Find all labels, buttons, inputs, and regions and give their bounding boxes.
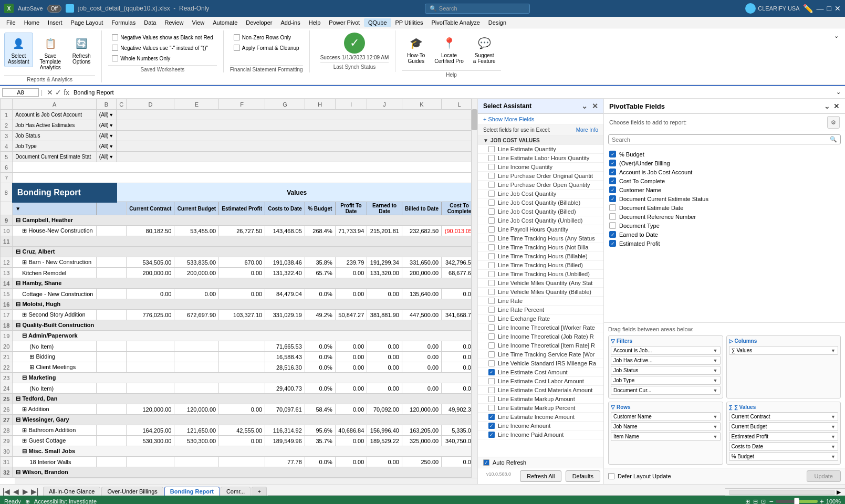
sa-field-item-13[interactable]: Line Time Tracking Hours (Billed) — [478, 261, 603, 270]
menu-pivot-analyze[interactable]: PivotTable Analyze — [427, 18, 484, 27]
pf-defer-checkbox[interactable] — [608, 473, 614, 479]
sa-field-item-21[interactable]: Line Income Theoretical (Job Rate) R — [478, 332, 603, 341]
sa-field-item-30[interactable]: ✓Line Estimate Income Amount — [478, 413, 603, 422]
sa-field-item-24[interactable]: Line Vehicle Standard IRS Mileage Ra — [478, 359, 603, 368]
pf-filters-items-item-0[interactable]: Account is Job...▼ — [611, 346, 721, 355]
tab-nav-prev[interactable]: ◀ — [12, 487, 20, 496]
sa-field-item-9[interactable]: Line Payroll Hours Quantity — [478, 225, 603, 234]
sa-show-more[interactable]: + Show More Fields — [478, 114, 603, 125]
pf-filters-items-item-3[interactable]: Job Type▼ — [611, 376, 721, 385]
edit-icon[interactable]: ✏️ — [803, 4, 813, 14]
sa-field-item-27[interactable]: Line Estimate Cost Materials Amount — [478, 386, 603, 395]
pf-search-input[interactable] — [612, 136, 830, 143]
save-template-button[interactable]: 📋 SaveTemplateAnalytics — [36, 33, 65, 73]
pf-field-item-9[interactable]: ✓Earned to Date — [604, 230, 845, 239]
filter-1-value[interactable]: (All) ▼ — [96, 110, 116, 120]
pf-filters-items-item-4[interactable]: Document Cur...▼ — [611, 386, 721, 395]
sa-field-item-4[interactable]: Line Purchase Order Open Quantity — [478, 181, 603, 190]
pf-values-items-item-0[interactable]: Current Contract▼ — [729, 412, 839, 421]
menu-formulas[interactable]: Formulas — [107, 18, 140, 27]
sheet-tab-bonding[interactable]: Bonding Report — [164, 487, 220, 496]
sa-auto-refresh-check[interactable]: ✓ — [483, 459, 489, 466]
sa-field-item-7[interactable]: Line Job Cost Quantity (Billed) — [478, 207, 603, 216]
pf-filters-items-item-1[interactable]: Job Has Active...▼ — [611, 356, 721, 365]
sa-field-item-12[interactable]: Line Time Tracking Hours (Billable) — [478, 252, 603, 261]
menu-design[interactable]: Design — [484, 18, 510, 27]
sa-field-item-25[interactable]: ✓Line Estimate Cost Amount — [478, 368, 603, 377]
tab-scroll-right[interactable]: ▶ — [837, 489, 841, 496]
pf-field-item-2[interactable]: ✓Account is Job Cost Account — [604, 167, 845, 176]
filter-4-value[interactable]: (All) ▼ — [96, 141, 116, 152]
menu-insert[interactable]: Insert — [44, 18, 67, 27]
sa-field-item-29[interactable]: Line Estimate Markup Percent — [478, 404, 603, 413]
menu-pp-utilities[interactable]: PP Utilities — [391, 18, 427, 27]
sa-field-item-17[interactable]: Line Rate — [478, 297, 603, 306]
sa-field-item-28[interactable]: Line Estimate Markup Amount — [478, 395, 603, 404]
pf-collapse-icon[interactable]: ⌄ — [824, 102, 830, 110]
sa-defaults-btn[interactable]: Defaults — [566, 470, 600, 482]
sa-section-expand[interactable]: ▼ — [483, 138, 488, 143]
pf-update-btn[interactable]: Update — [807, 470, 841, 482]
sa-field-item-0[interactable]: Line Estimate Quantity — [478, 145, 603, 154]
pf-field-item-4[interactable]: ✓Customer Name — [604, 185, 845, 194]
menu-developer[interactable]: Developer — [242, 18, 276, 27]
menu-review[interactable]: Review — [160, 18, 187, 27]
filter-5-value[interactable]: (All) ▼ — [96, 152, 116, 162]
pv-col-name[interactable]: ▼ — [13, 202, 96, 215]
ribbon-collapse-btn[interactable]: ⌄ — [832, 30, 841, 41]
whole-nums-checkbox[interactable]: Whole Numbers Only — [108, 54, 217, 63]
sa-field-item-32[interactable]: ✓Line Income Paid Amount — [478, 430, 603, 439]
sa-field-item-26[interactable]: Line Estimate Cost Labor Amount — [478, 377, 603, 386]
tab-scrollbar[interactable] — [729, 490, 834, 495]
pf-rows-items-item-2[interactable]: Item Name▼ — [611, 432, 721, 441]
pf-field-item-5[interactable]: ✓Document Current Estimate Status — [604, 194, 845, 203]
neg-black-checkbox[interactable]: Negative Values show as Black not Red — [108, 33, 217, 42]
pf-values-items-item-2[interactable]: Estimated Profit▼ — [729, 432, 839, 441]
zoom-out-btn[interactable]: − — [769, 497, 773, 504]
zoom-in-btn[interactable]: + — [820, 497, 824, 504]
pf-field-item-7[interactable]: Document Reference Number — [604, 212, 845, 221]
menu-file[interactable]: File — [2, 18, 20, 27]
neg-dash-checkbox[interactable]: Negative Values use "-" instead of "()" — [108, 43, 217, 52]
sa-field-item-19[interactable]: Line Exchange Rate — [478, 314, 603, 323]
sa-field-item-11[interactable]: Line Time Tracking Hours (Not Billa — [478, 243, 603, 252]
sa-field-item-18[interactable]: Line Rate Percent — [478, 306, 603, 314]
pf-search[interactable]: 🔍 — [608, 134, 841, 144]
how-to-button[interactable]: 🎓 How-ToGuides — [404, 33, 428, 66]
pf-field-item-3[interactable]: ✓Cost To Complete — [604, 176, 845, 185]
sheet-tab-all-in-one[interactable]: All-In-One Glance — [43, 487, 100, 496]
zoom-thumb[interactable] — [794, 498, 799, 504]
save-icon[interactable] — [66, 4, 74, 13]
pf-columns-items-item-0[interactable]: ∑ Values▼ — [729, 346, 839, 355]
sa-collapse-icon[interactable]: ⌄ — [581, 102, 588, 110]
view-normal-icon[interactable]: ⊞ — [745, 498, 750, 505]
tab-nav-next[interactable]: ▶ — [21, 487, 29, 496]
menu-power-pivot[interactable]: Power Pivot — [325, 18, 364, 27]
view-page-break-icon[interactable]: ⊟ — [753, 498, 758, 505]
filter-2-value[interactable]: (All) ▼ — [96, 120, 116, 131]
pf-field-item-1[interactable]: ✓(Over)/Under Billing — [604, 159, 845, 167]
h-scrollbar[interactable] — [15, 478, 477, 484]
pf-values-items-item-1[interactable]: Current Budget▼ — [729, 422, 839, 431]
sa-field-item-8[interactable]: Line Job Cost Quantity (Unbilled) — [478, 216, 603, 225]
sa-field-item-15[interactable]: Line Vehicle Miles Quantity (Any Stat — [478, 279, 603, 288]
formula-input[interactable] — [71, 88, 834, 97]
sa-field-item-3[interactable]: Line Purchase Order Original Quantit — [478, 172, 603, 181]
pf-values-items-item-3[interactable]: Costs to Date▼ — [729, 442, 839, 451]
sheet-tab-comr[interactable]: Comr... — [221, 487, 251, 496]
formula-cancel[interactable]: ✕ — [47, 88, 53, 97]
sa-field-item-23[interactable]: Line Time Tracking Service Rate [Wor — [478, 350, 603, 359]
pf-field-item-10[interactable]: ✓Estimated Profit — [604, 239, 845, 248]
non-zero-checkbox[interactable]: Non-Zero Rows Only — [230, 33, 303, 42]
sa-field-item-31[interactable]: ✓Line Income Amount — [478, 422, 603, 430]
minimize-btn[interactable]: — — [817, 4, 824, 13]
sa-close-icon[interactable]: ✕ — [592, 102, 598, 110]
maximize-btn[interactable]: □ — [827, 4, 831, 13]
sa-field-item-2[interactable]: Line Income Quantity — [478, 163, 603, 172]
pf-filters-items-item-2[interactable]: Job Status▼ — [611, 366, 721, 375]
pf-rows-items-item-0[interactable]: Customer Name▼ — [611, 412, 721, 421]
apply-format-checkbox[interactable]: Apply Format & Cleanup — [230, 43, 303, 52]
tab-nav-start[interactable]: |◀ — [2, 487, 11, 496]
zoom-slider[interactable] — [776, 500, 818, 503]
sa-field-item-16[interactable]: Line Vehicle Miles Quantity (Billable) — [478, 288, 603, 297]
